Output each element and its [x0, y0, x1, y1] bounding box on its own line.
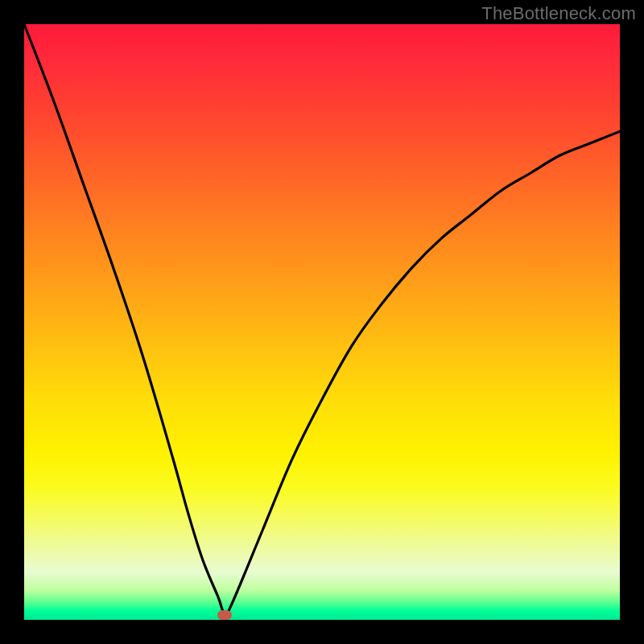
optimal-point-marker	[217, 610, 232, 620]
plot-area	[24, 24, 620, 620]
chart-frame: TheBottleneck.com	[0, 0, 644, 644]
watermark-text: TheBottleneck.com	[481, 3, 636, 24]
bottleneck-curve	[24, 24, 620, 620]
